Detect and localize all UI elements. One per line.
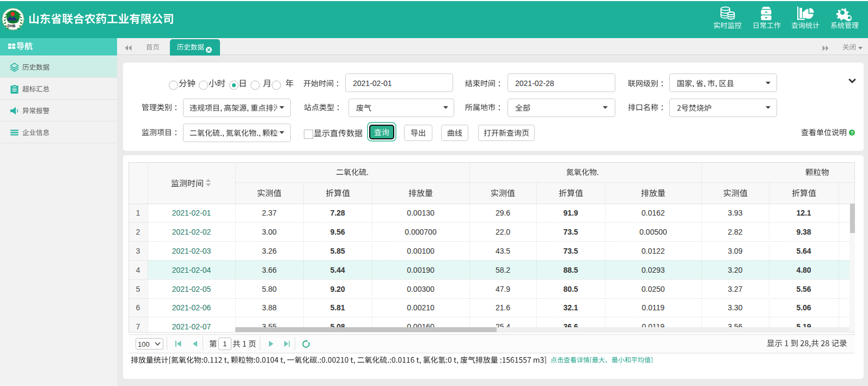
- svg-text:?: ?: [851, 130, 853, 135]
